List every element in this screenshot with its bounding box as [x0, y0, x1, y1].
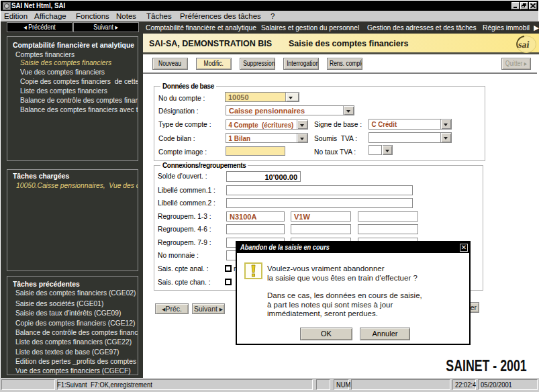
- svg-text:sai: sai: [518, 39, 530, 50]
